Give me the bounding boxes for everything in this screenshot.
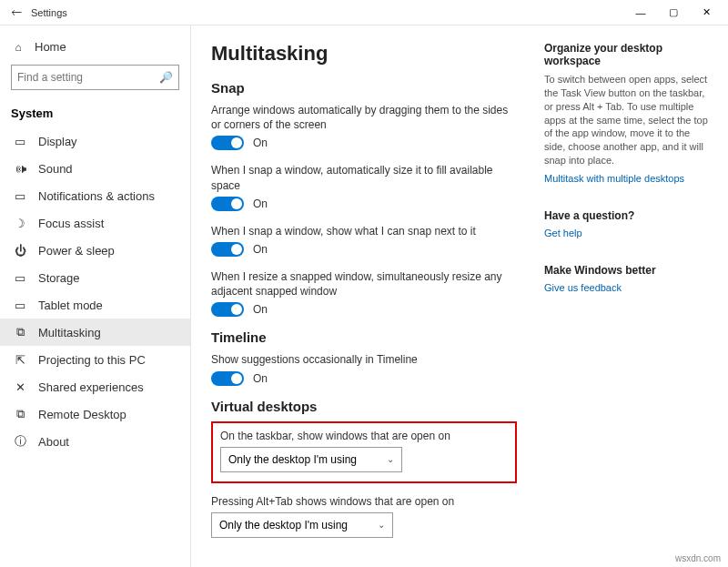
toggle-state: On [253,243,268,256]
sidebar-item-label: Notifications & actions [38,189,155,203]
watermark: wsxdn.com [675,553,721,563]
notifications-icon: ▭ [13,189,27,203]
sidebar-item-label: Display [38,135,77,148]
sidebar-item-display[interactable]: ▭Display [11,127,190,155]
multitasking-icon: ⧉ [13,325,27,339]
snap-heading: Snap [211,80,517,96]
app-title: Settings [31,7,67,18]
maximize-button[interactable]: ▢ [657,3,690,22]
sidebar-item-label: Tablet mode [38,299,103,312]
toggle-state: On [253,137,268,149]
sidebar-item-storage[interactable]: ▭Storage [11,264,190,291]
tablet-icon: ▭ [13,299,27,312]
sidebar: ⌂ Home 🔎 System ▭Display 🕪Sound ▭Notific… [0,25,191,567]
sidebar-item-tablet-mode[interactable]: ▭Tablet mode [11,291,190,319]
storage-icon: ▭ [13,271,27,285]
snap-suggest-setting: When I snap a window, show what I can sn… [211,224,517,257]
highlighted-setting: On the taskbar, show windows that are op… [211,421,517,483]
snap-resize-toggle[interactable] [211,302,244,317]
sidebar-item-label: Remote Desktop [38,408,126,421]
aside-heading: Organize your desktop workspace [544,42,708,67]
setting-label: Show suggestions occasionally in Timelin… [211,352,517,367]
timeline-suggestions-toggle[interactable] [211,371,244,386]
page-title: Multitasking [211,42,517,66]
shared-icon: ✕ [13,380,27,394]
display-icon: ▭ [13,135,27,148]
chevron-down-icon: ⌄ [387,454,394,464]
power-icon: ⏻ [13,244,27,258]
sidebar-item-focus-assist[interactable]: ☽Focus assist [11,209,190,237]
sidebar-item-shared-experiences[interactable]: ✕Shared experiences [11,373,190,400]
aside-heading: Make Windows better [544,264,708,277]
snap-autosize-setting: When I snap a window, automatically size… [211,163,517,210]
minimize-button[interactable]: — [624,4,657,22]
remote-icon: ⧉ [13,407,27,421]
sidebar-item-multitasking[interactable]: ⧉Multitasking [0,319,190,346]
multitask-link[interactable]: Multitask with multiple desktops [544,173,684,184]
snap-arrange-setting: Arrange windows automatically by draggin… [211,103,517,150]
help-pane: Organize your desktop workspace To switc… [544,42,708,567]
setting-label: Arrange windows automatically by draggin… [211,103,517,132]
category-header: System [11,101,190,127]
sidebar-item-projecting[interactable]: ⇱Projecting to this PC [11,346,190,373]
taskbar-windows-dropdown[interactable]: Only the desktop I'm using ⌄ [220,447,402,472]
aside-text: To switch between open apps, select the … [544,73,708,167]
search-input[interactable]: 🔎 [11,65,179,90]
sidebar-item-label: Storage [38,271,80,285]
close-button[interactable]: ✕ [690,3,723,22]
alttab-setting: Pressing Alt+Tab shows windows that are … [211,494,517,538]
get-help-link[interactable]: Get help [544,228,582,238]
search-icon: 🔎 [159,71,173,84]
aside-heading: Have a question? [544,209,708,222]
toggle-state: On [253,303,268,316]
home-label: Home [35,40,66,54]
projecting-icon: ⇱ [13,353,27,367]
dropdown-value: Only the desktop I'm using [219,519,348,532]
toggle-state: On [253,372,268,385]
alttab-windows-dropdown[interactable]: Only the desktop I'm using ⌄ [211,512,393,538]
sidebar-item-notifications[interactable]: ▭Notifications & actions [11,182,190,209]
sidebar-item-label: Shared experiences [38,380,144,394]
sound-icon: 🕪 [13,162,27,176]
setting-label: Pressing Alt+Tab shows windows that are … [211,494,517,509]
search-field[interactable] [17,71,159,84]
setting-label: When I snap a window, show what I can sn… [211,224,517,238]
sidebar-item-label: Multitasking [38,326,101,339]
timeline-suggestions-setting: Show suggestions occasionally in Timelin… [211,352,517,385]
dropdown-value: Only the desktop I'm using [228,453,357,466]
setting-label: When I snap a window, automatically size… [211,163,517,192]
chevron-down-icon: ⌄ [378,520,385,530]
sidebar-item-power-sleep[interactable]: ⏻Power & sleep [11,237,190,264]
snap-suggest-toggle[interactable] [211,242,244,257]
sidebar-item-label: Focus assist [38,217,104,230]
sidebar-item-label: Sound [38,162,73,176]
back-button[interactable]: 🡐 [5,6,27,19]
about-icon: ⓘ [13,433,27,450]
setting-label: On the taskbar, show windows that are op… [220,429,508,443]
virtual-desktops-heading: Virtual desktops [211,399,517,414]
sidebar-item-label: About [38,435,69,449]
home-nav[interactable]: ⌂ Home [11,35,190,59]
snap-resize-setting: When I resize a snapped window, simultan… [211,269,517,317]
sidebar-item-label: Projecting to this PC [38,353,146,367]
snap-arrange-toggle[interactable] [211,136,244,150]
setting-label: When I resize a snapped window, simultan… [211,269,517,299]
sidebar-item-sound[interactable]: 🕪Sound [11,155,190,182]
sidebar-item-about[interactable]: ⓘAbout [11,428,190,455]
toggle-state: On [253,197,268,210]
sidebar-item-remote-desktop[interactable]: ⧉Remote Desktop [11,400,190,428]
timeline-heading: Timeline [211,329,517,345]
sidebar-item-label: Power & sleep [38,244,115,258]
snap-autosize-toggle[interactable] [211,197,244,211]
home-icon: ⌂ [11,41,25,54]
focus-assist-icon: ☽ [13,217,27,230]
feedback-link[interactable]: Give us feedback [544,282,622,293]
